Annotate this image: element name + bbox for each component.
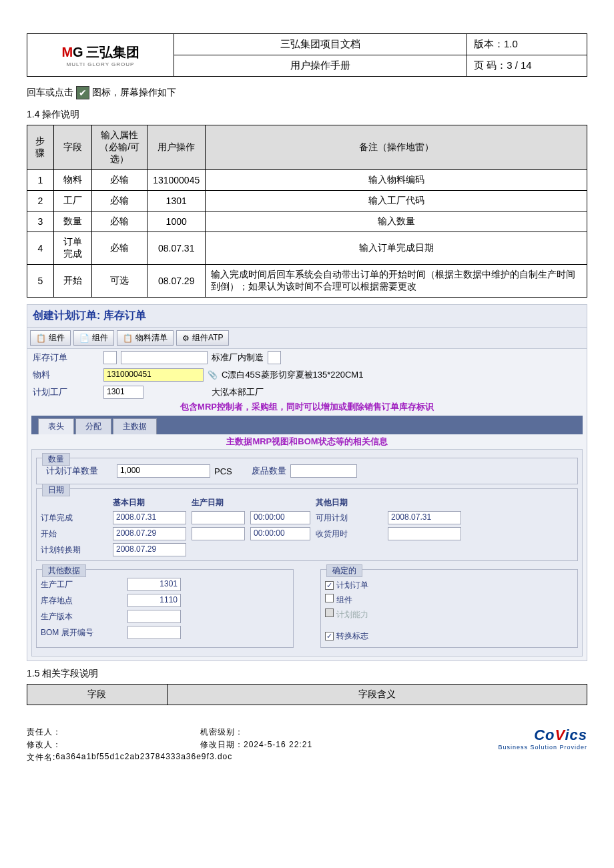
intro-text: 回车或点击 ✔ 图标，屏幕操作如下: [27, 86, 587, 99]
qty-fieldset: 数量 计划订单数量 1,000 PCS 废品数量: [36, 458, 578, 484]
plan-qty-input[interactable]: 1,000: [117, 464, 210, 478]
atp-button[interactable]: ⚙ 组件ATP: [176, 330, 229, 346]
plant-input[interactable]: 1301: [103, 386, 143, 399]
date-fieldset: 日期 基本日期生产日期其他日期 订单完成2008.07.3100:00:00可用…: [36, 488, 578, 561]
stock-order-label: 库存订单: [33, 352, 99, 364]
material-desc: C漂白45S菱形切穿夏被135*220CM1: [222, 369, 363, 381]
plant-label: 计划工厂: [33, 386, 99, 398]
sap-screenshot: 创建计划订单: 库存订单 📋 组件 📄 组件 📋 物料清单 ⚙ 组件ATP 库存…: [27, 304, 587, 661]
annotation-2: 主数据MRP视图和BOM状态等的相关信息: [226, 436, 387, 446]
tab-header[interactable]: 表头: [38, 418, 74, 434]
std-mfg-label: 标准厂内制造: [212, 352, 264, 364]
plan-order-checkbox[interactable]: ✓: [325, 581, 334, 590]
covics-logo: CoVics Business Solution Provider: [498, 727, 587, 751]
material-input[interactable]: 1310000451: [103, 368, 204, 382]
capacity-checkbox: [325, 608, 334, 617]
component-button-2[interactable]: 📄 组件: [73, 330, 114, 346]
field-desc-table: 字段字段含义: [27, 684, 587, 705]
doc-subtitle: 用户操作手册: [174, 55, 467, 76]
stock-order-input[interactable]: [121, 351, 208, 364]
logo: MG 三弘集团 MULTI GLORY GROUP: [27, 34, 174, 76]
component-button[interactable]: 📋 组件: [30, 330, 71, 346]
bom-button[interactable]: 📋 物料清单: [117, 330, 174, 346]
section-1-4: 1.4 操作说明: [27, 109, 587, 121]
sap-title: 创建计划订单: 库存订单: [27, 305, 587, 327]
component-checkbox[interactable]: [325, 594, 334, 602]
tab-master[interactable]: 主数据: [113, 418, 157, 434]
operation-table: 步骤字段输入属性 （必输/可选）用户操作备注（操作地雷） 1物料必输131000…: [27, 125, 587, 298]
scrap-input[interactable]: [290, 464, 357, 478]
sap-tabs: 表头 分配 主数据: [31, 416, 583, 434]
tab-assign[interactable]: 分配: [75, 418, 111, 434]
check-icon: ✔: [76, 86, 89, 99]
plant-desc: 大泓本部工厂: [212, 386, 264, 398]
convert-checkbox[interactable]: ✓: [325, 632, 334, 640]
fixed-fieldset: 确定的 ✓计划订单 组件 计划能力 ✓转换标志: [320, 569, 578, 648]
page-footer: CoVics Business Solution Provider 责任人：机密…: [0, 727, 614, 785]
other-fieldset: 其他数据 生产工厂1301 库存地点1110 生产版本 BOM 展开编号: [36, 569, 294, 648]
material-label: 物料: [33, 369, 99, 381]
doc-title: 三弘集团项目文档: [174, 34, 467, 55]
annotation-1: 包含MRP控制者，采购组，同时可以增加或删除销售订单库存标识: [180, 402, 434, 412]
section-1-5: 1.5 相关字段说明: [27, 668, 587, 680]
sap-toolbar: 📋 组件 📄 组件 📋 物料清单 ⚙ 组件ATP: [27, 327, 587, 349]
doc-header: MG 三弘集团 MULTI GLORY GROUP 三弘集团项目文档 用户操作手…: [27, 33, 587, 77]
